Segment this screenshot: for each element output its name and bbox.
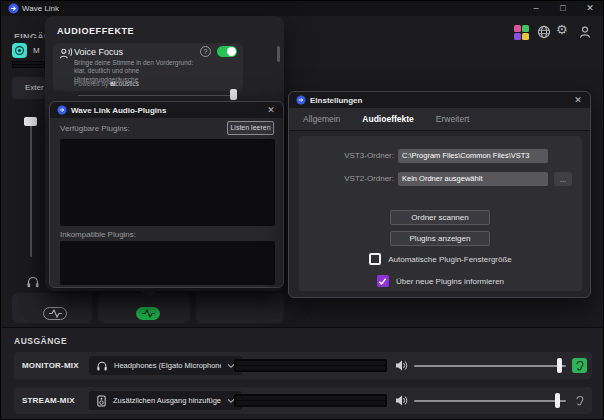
panel-scrollbar[interactable] [277,46,280,62]
waveform-icon [141,309,156,318]
window-title: Wave Link [22,4,59,13]
wave-link-logo-icon [296,95,306,105]
effect-intensity-track [78,95,231,96]
stream-mix-row: STREAM-MIX Zusätzlichen Ausgang hinzufüg… [14,387,592,414]
gear-icon[interactable]: ⚙ [556,22,568,38]
monitor-device-dropdown[interactable]: Headphones (Elgato Microphone) [89,356,242,375]
auto-window-size-label: Automatische Plugin-Fenstergröße [388,255,512,264]
channel-name-label: M [33,46,40,55]
available-plugins-label: Verfügbare Plugins: [60,124,130,133]
notify-new-plugins-checkbox[interactable] [377,275,389,287]
fx-toggle-inactive[interactable] [43,307,67,320]
effect-intensity-handle[interactable] [230,89,237,100]
speaker-box-icon [96,395,107,407]
stream-device-dropdown[interactable]: Zusätzlichen Ausgang hinzufügen [89,391,242,410]
check-icon [378,277,387,286]
settings-dialog-title: Einstellungen [310,96,362,105]
speaker-icon [395,394,408,407]
minimize-button[interactable]: – [529,1,543,16]
microphone-channel-button[interactable] [12,43,27,58]
auto-window-size-checkbox[interactable] [369,253,381,265]
stream-listen-button[interactable] [572,393,587,408]
tab-erweitert[interactable]: Erweitert [436,114,470,124]
help-icon[interactable]: ? [200,46,211,57]
titlebar: Wave Link – □ ✕ [1,1,604,16]
tab-inputs[interactable]: EINGÄNGE [14,32,45,38]
plugins-dialog: Wave Link Audio-Plugins ✕ Verfügbare Plu… [49,101,284,288]
close-button[interactable]: ✕ [583,1,597,16]
waveform-icon [48,309,63,318]
input-device-button[interactable]: Exter [12,77,45,99]
settings-content-card: VST3-Ordner: C:\Program Files\Common Fil… [299,136,582,291]
panel-pointer [140,290,158,298]
ear-icon [575,395,585,407]
tab-audioeffekte[interactable]: Audioeffekte [362,114,413,124]
monitor-listen-button[interactable] [572,358,587,373]
monitor-mix-row: MONITOR-MIX Headphones (Elgato Microphon… [14,352,592,379]
show-plugins-button[interactable]: Plugins anzeigen [390,231,490,246]
incompatible-plugins-label: Inkompatible Plugins: [60,230,136,239]
stream-volume-handle[interactable] [555,393,560,408]
monitor-level-meter [234,359,387,372]
outputs-section: AUSGÄNGE MONITOR-MIX Headphones (Elgato … [1,327,604,420]
scan-folders-button[interactable]: Ordner scannen [390,210,490,225]
incompatible-plugins-list[interactable] [60,241,275,285]
vst2-folder-label: VST2-Ordner: [299,172,394,186]
voice-focus-powered-by: Powered by aicoustics [74,80,139,87]
user-account-icon[interactable] [578,25,592,39]
settings-tabs: Allgemein Audioeffekte Erweitert [289,108,590,131]
auto-window-size-row: Automatische Plugin-Fenstergröße [299,253,582,265]
effects-panel-title: AUDIOEFFEKTE [57,26,134,36]
tab-allgemein[interactable]: Allgemein [303,114,340,124]
ear-icon [575,360,585,372]
plugins-dialog-title: Wave Link Audio-Plugins [71,106,166,115]
monitor-device-value: Headphones (Elgato Microphone) [114,361,221,370]
globe-icon[interactable] [537,25,551,39]
voice-focus-card: Voice Focus ? Bringe deine Stimme in den… [53,43,243,91]
settings-dialog-titlebar: Einstellungen ✕ [289,92,590,108]
stream-level-meter [234,394,387,407]
stream-device-value: Zusätzlichen Ausgang hinzufügen [113,396,221,405]
close-icon[interactable]: ✕ [570,92,586,108]
wave-link-logo-icon [8,3,19,14]
monitor-volume-handle[interactable] [557,358,562,373]
maximize-button[interactable]: □ [556,1,570,16]
voice-focus-toggle[interactable] [217,46,237,57]
vst2-folder-field[interactable]: Kein Ordner ausgewählt [398,172,548,186]
stream-mix-label: STREAM-MIX [22,387,75,414]
settings-dialog: Einstellungen ✕ Allgemein Audioeffekte E… [288,91,591,298]
voice-focus-title: Voice Focus [74,47,123,57]
notify-new-plugins-label: Über neue Plugins informieren [396,277,504,286]
close-icon[interactable]: ✕ [263,102,279,118]
stream-volume-slider[interactable] [414,391,566,410]
available-plugins-list[interactable] [60,139,275,226]
monitor-mix-label: MONITOR-MIX [22,352,79,379]
wave-link-logo-icon [57,105,67,115]
vst3-folder-field[interactable]: C:\Program Files\Common Files\VST3 [398,149,548,163]
speaker-icon [395,359,408,372]
wave-link-window: Wave Link – □ ✕ EINGÄNGE ⚙ M Ext [0,0,604,420]
input-level-meter [12,61,45,68]
microphone-icon [14,45,25,56]
headphones-icon [26,275,40,289]
clear-lists-button[interactable]: Listen leeren [227,121,274,135]
headphones-icon [96,360,108,372]
browse-folder-button[interactable]: ... [554,172,572,186]
input-fader-handle[interactable] [24,117,37,126]
outputs-section-title: AUSGÄNGE [14,336,67,346]
marketplace-icon[interactable] [514,25,529,40]
vst3-folder-label: VST3-Ordner: [299,149,394,163]
input-fader-track [30,119,32,257]
monitor-volume-slider[interactable] [414,356,566,375]
notify-new-plugins-row: Über neue Plugins informieren [299,275,582,287]
fx-toggle-active[interactable] [136,307,160,320]
plugins-dialog-titlebar: Wave Link Audio-Plugins ✕ [50,102,283,118]
channel-strip-footer [196,293,284,323]
voice-focus-icon [59,47,73,61]
